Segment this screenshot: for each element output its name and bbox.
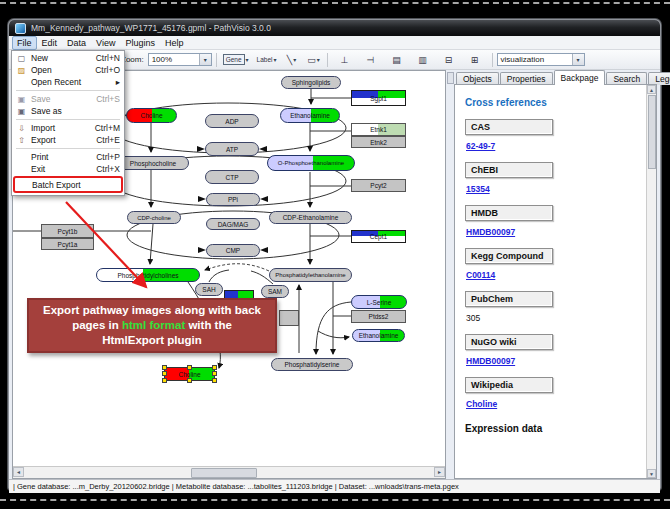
pathway-node-sphingolipids[interactable]: Sphingolipids xyxy=(281,76,341,89)
scroll-right-icon[interactable]: ► xyxy=(434,467,445,477)
menu-file[interactable]: File xyxy=(12,36,37,50)
datanode-tool-button[interactable]: Gene ▾ xyxy=(221,52,251,67)
selection-handle[interactable] xyxy=(187,365,192,370)
title-bar[interactable]: Mm_Kennedy_pathway_WP1771_45176.gpml - P… xyxy=(9,20,660,36)
pathway-node-ethanolamine[interactable]: Ethanolamine xyxy=(280,108,340,123)
xref-link-kegg-compound[interactable]: C00114 xyxy=(466,270,495,280)
menu-data[interactable]: Data xyxy=(62,37,91,49)
pathway-node-phosphatidylethanolamine[interactable]: Phosphatidylethanolamine xyxy=(269,268,352,282)
panel-vertical-scrollbar[interactable]: ▲ ▼ xyxy=(646,85,656,478)
pathway-node-o-phosphoethanolamine[interactable]: O-Phosphoethanolamine xyxy=(267,155,355,171)
splitter-handle-icon[interactable] xyxy=(447,72,454,84)
menu-view[interactable]: View xyxy=(91,37,120,49)
file-menu-item-open[interactable]: ▨OpenCtrl+O xyxy=(13,64,123,76)
pathway-node-ptdss2[interactable]: Ptdss2 xyxy=(351,310,406,323)
selection-handle[interactable] xyxy=(212,365,217,370)
pathway-node-ethanolamine[interactable]: Ethanolamine xyxy=(352,329,405,342)
menu-separator xyxy=(16,148,120,149)
scrollbar-thumb[interactable] xyxy=(648,95,656,169)
pathway-node-cmp[interactable]: CMP xyxy=(206,244,260,257)
common-height-icon[interactable]: ▤ xyxy=(388,52,406,67)
pathway-node-adp[interactable]: ADP xyxy=(205,114,259,128)
pathway-node-l-serine[interactable]: L-Serine xyxy=(351,295,407,309)
file-menu-item-new[interactable]: ▢NewCtrl+N xyxy=(13,52,123,64)
xref-link-chebi[interactable]: 15354 xyxy=(466,184,490,194)
selection-handle[interactable] xyxy=(187,378,192,383)
file-menu-item-save-as[interactable]: ▣Save as xyxy=(13,105,123,117)
menu-item-label: Exit xyxy=(31,164,45,174)
file-menu-item-save[interactable]: ▣SaveCtrl+S xyxy=(13,93,123,105)
menu-item-label: Save xyxy=(31,94,50,104)
pathway-node-choline[interactable]: Choline xyxy=(164,367,215,381)
selection-handle[interactable] xyxy=(212,371,217,376)
zoom-combobox[interactable]: 100% ▾ xyxy=(148,53,212,66)
label-tool-button[interactable]: Label ▾ xyxy=(255,52,279,67)
pathway-node-sam[interactable]: SAM xyxy=(261,285,289,298)
pathway-node-ppi[interactable]: PPi xyxy=(206,193,260,206)
pathway-node-cept1[interactable]: Cept1 xyxy=(351,230,406,243)
pathway-node-pcyt1a[interactable]: Pcyt1a xyxy=(41,238,94,250)
pathway-node-etnk1[interactable]: Etnk1 xyxy=(351,123,406,136)
scrollbar-thumb[interactable] xyxy=(191,468,257,478)
pathway-node-pcyt1b[interactable]: Pcyt1b xyxy=(41,224,94,238)
pathway-node-phosphatidylcholines[interactable]: Phosphatidylcholines xyxy=(96,268,200,282)
label-tool-icon: Label xyxy=(257,56,273,63)
stack-horizontal-icon[interactable]: ⊞ xyxy=(466,52,484,67)
selection-handle[interactable] xyxy=(212,378,217,383)
side-panel: ObjectsPropertiesBackpageSearchLegend Cr… xyxy=(454,70,657,479)
chevron-down-icon: ▾ xyxy=(274,56,277,63)
pathway-node-choline[interactable]: Choline xyxy=(126,108,177,123)
app-icon xyxy=(15,23,26,34)
menu-plugins[interactable]: Plugins xyxy=(120,37,160,49)
callout-line3: HtmlExport plugin xyxy=(102,334,202,346)
toolbar-separator xyxy=(492,53,493,67)
tab-backpage[interactable]: Backpage xyxy=(554,70,606,85)
selection-handle[interactable] xyxy=(162,378,167,383)
file-menu-item-open-recent[interactable]: Open Recent▸ xyxy=(13,76,123,88)
pathway-node-ctp[interactable]: CTP xyxy=(205,170,259,184)
visualization-combobox[interactable]: visualization ▾ xyxy=(497,53,585,66)
menu-edit[interactable]: Edit xyxy=(37,37,63,49)
file-menu-item-exit[interactable]: ExitCtrl+X xyxy=(13,163,123,175)
pathway-node-pcyt2[interactable]: Pcyt2 xyxy=(351,179,406,192)
pathway-node-sah[interactable]: SAH xyxy=(195,283,223,296)
chevron-down-icon: ▾ xyxy=(572,54,584,65)
pathway-node-etnk2[interactable]: Etnk2 xyxy=(351,136,406,148)
pathway-node[interactable] xyxy=(279,310,299,326)
align-center-vertical-icon[interactable]: ⊥ xyxy=(336,52,354,67)
shape-tool-button[interactable]: ▭ ▾ xyxy=(305,52,323,67)
xref-link-hmdb[interactable]: HMDB00097 xyxy=(466,227,515,237)
pathway-node-phosphocholine[interactable]: Phosphocholine xyxy=(117,156,189,170)
xref-link-nugo-wiki[interactable]: HMDB00097 xyxy=(466,356,515,366)
pathway-node-sgpl1[interactable]: Sgpl1 xyxy=(351,90,406,106)
pathway-node-phosphatidylserine[interactable]: Phosphatidylserine xyxy=(271,358,353,371)
xref-link-wikipedia[interactable]: Choline xyxy=(466,399,497,409)
scroll-up-icon[interactable]: ▲ xyxy=(647,85,656,94)
import-icon: ⇩ xyxy=(16,124,27,133)
file-menu-item-print[interactable]: PrintCtrl+P xyxy=(13,151,123,163)
menu-help[interactable]: Help xyxy=(160,37,189,49)
pathway-node-cdp-ethanolamine[interactable]: CDP-Ethanolamine xyxy=(269,211,352,224)
selection-handle[interactable] xyxy=(162,365,167,370)
stack-vertical-icon[interactable]: ⊟ xyxy=(440,52,458,67)
pathway-node-dag-mag[interactable]: DAG/MAG xyxy=(206,218,260,230)
file-menu-item-export[interactable]: ⇧ExportCtrl+E xyxy=(13,134,123,146)
toolbar-separator xyxy=(216,53,217,67)
file-menu-item-import[interactable]: ⇩ImportCtrl+M xyxy=(13,122,123,134)
align-center-horizontal-icon[interactable]: ⊣ xyxy=(362,52,380,67)
panel-splitter[interactable] xyxy=(446,70,454,479)
common-width-icon[interactable]: ▥ xyxy=(414,52,432,67)
status-bar: | Gene database: ...m_Derby_20120602.bri… xyxy=(9,479,660,493)
pathway-node-atp[interactable]: ATP xyxy=(205,142,259,156)
line-tool-button[interactable]: ╲ ▾ xyxy=(283,52,301,67)
pathway-node-cdp-choline[interactable]: CDP-choline xyxy=(127,211,181,224)
xref-header-wikipedia: Wikipedia xyxy=(465,377,553,393)
selection-handle[interactable] xyxy=(162,371,167,376)
xref-link-cas[interactable]: 62-49-7 xyxy=(466,141,495,151)
xref-header-cas: CAS xyxy=(465,119,553,135)
scroll-left-icon[interactable]: ◄ xyxy=(13,467,24,477)
canvas-horizontal-scrollbar[interactable]: ◄ ► xyxy=(13,466,445,478)
menu-separator xyxy=(16,119,120,120)
scroll-down-icon[interactable]: ▼ xyxy=(647,469,656,478)
file-menu-item-batch-export[interactable]: Batch Export xyxy=(13,176,123,193)
